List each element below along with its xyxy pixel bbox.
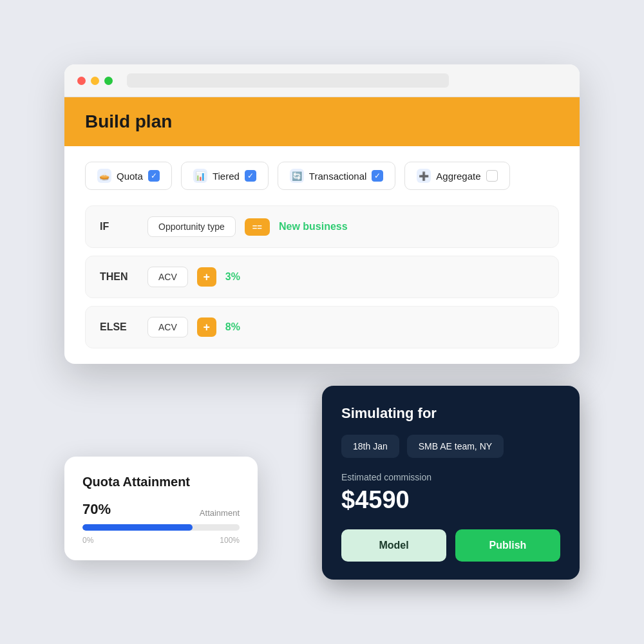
tiered-icon: 📊 [193,169,207,183]
else-rule-row: ELSE ACV + 8% [85,306,559,348]
quota-stats: 70% Attainment [82,501,240,518]
transactional-checkbox[interactable]: ✓ [372,170,383,182]
else-plus-btn[interactable]: + [197,317,216,337]
progress-labels: 0% 100% [82,536,240,545]
plan-header: Build plan [64,97,580,146]
aggregate-checkbox[interactable] [486,170,498,182]
else-label: ELSE [100,321,138,333]
chip-tiered[interactable]: 📊 Tiered ✓ [181,162,269,190]
rules-section: IF Opportunity type == New business THEN… [64,200,580,364]
if-rule-row: IF Opportunity type == New business [85,205,559,248]
progress-bar-fill [82,524,193,531]
simulation-title: Simulating for [341,405,560,422]
browser-titlebar [64,64,580,97]
chip-quota[interactable]: 🥧 Quota ✓ [85,162,172,190]
else-value[interactable]: 8% [225,321,240,333]
aggregate-icon: ➕ [417,169,431,183]
then-value[interactable]: 3% [225,271,240,283]
url-bar [127,73,449,88]
quota-percent: 70% [82,501,111,518]
browser-window: Build plan 🥧 Quota ✓ 📊 Tiered ✓ 🔄 Transa… [64,64,580,364]
close-dot[interactable] [77,77,86,85]
then-rule-row: THEN ACV + 3% [85,256,559,298]
transactional-label: Transactional [309,171,367,182]
if-operator[interactable]: == [245,218,270,236]
minimize-dot[interactable] [91,77,99,85]
simulation-team-tag: SMB AE team, NY [407,435,504,458]
chip-aggregate[interactable]: ➕ Aggregate [404,162,509,190]
progress-min-label: 0% [82,536,93,545]
progress-bar-container [82,524,240,531]
simulation-tags: 18th Jan SMB AE team, NY [341,435,560,458]
commission-label: Estimated commission [341,472,560,482]
quota-attainment-card: Quota Attainment 70% Attainment 0% 100% [64,457,258,560]
transactional-icon: 🔄 [290,169,304,183]
simulation-actions: Model Publish [341,529,560,562]
if-field[interactable]: Opportunity type [147,216,236,237]
simulation-card: Simulating for 18th Jan SMB AE team, NY … [322,386,580,580]
if-label: IF [100,221,138,232]
then-field[interactable]: ACV [147,267,188,287]
quota-label: Quota [117,171,143,182]
plan-title: Build plan [85,111,172,131]
commission-amount: $4590 [341,486,560,514]
then-plus-btn[interactable]: + [197,267,216,287]
tiered-checkbox[interactable]: ✓ [245,170,256,182]
plan-types-container: 🥧 Quota ✓ 📊 Tiered ✓ 🔄 Transactional ✓ ➕… [64,146,580,200]
tiered-label: Tiered [213,171,240,182]
model-button[interactable]: Model [341,529,446,562]
quota-icon: 🥧 [97,169,111,183]
publish-button[interactable]: Publish [455,529,560,562]
aggregate-label: Aggregate [436,171,480,182]
then-label: THEN [100,271,138,283]
else-field[interactable]: ACV [147,317,188,337]
chip-transactional[interactable]: 🔄 Transactional ✓ [278,162,396,190]
quota-attainment-label: Attainment [200,508,240,518]
quota-card-title: Quota Attainment [82,475,240,489]
if-value[interactable]: New business [279,221,348,232]
progress-max-label: 100% [220,536,240,545]
simulation-date-tag: 18th Jan [341,435,399,458]
maximize-dot[interactable] [104,77,113,85]
quota-checkbox[interactable]: ✓ [148,170,160,182]
